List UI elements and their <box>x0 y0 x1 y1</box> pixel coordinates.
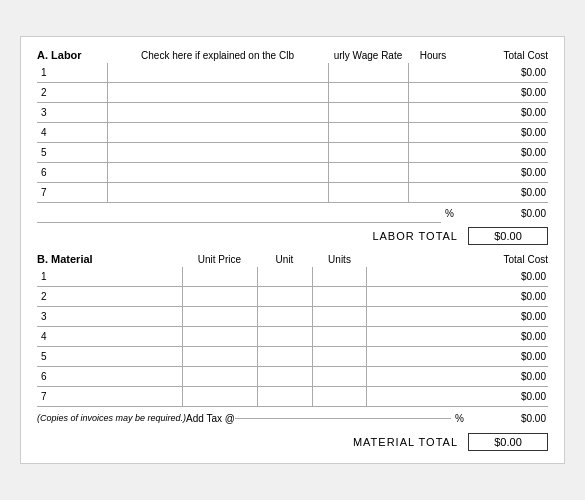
section-b-header: B. Material Unit Price Unit Units Total … <box>37 253 548 265</box>
col-total-header-b: Total Cost <box>367 254 548 265</box>
material-total-2: $0.00 <box>367 291 548 302</box>
labor-row-3: 3 $0.00 <box>37 103 548 123</box>
material-total-row: MATERIAL TOTAL $0.00 <box>37 433 548 451</box>
material-total-1: $0.00 <box>367 271 548 282</box>
material-row-2: 2 $0.00 <box>37 287 548 307</box>
labor-desc-3[interactable] <box>107 103 328 122</box>
labor-rows: 1 $0.00 2 $0.00 3 $0.00 4 $0.00 <box>37 63 548 203</box>
material-units-6[interactable] <box>312 367 367 386</box>
material-unit-5[interactable] <box>257 347 312 366</box>
labor-pct-field[interactable] <box>37 203 441 223</box>
material-row-6: 6 $0.00 <box>37 367 548 387</box>
labor-total-5: $0.00 <box>468 147 548 158</box>
material-up-4[interactable] <box>182 327 257 346</box>
material-unit-1[interactable] <box>257 267 312 286</box>
material-total-4: $0.00 <box>367 331 548 342</box>
labor-desc-6[interactable] <box>107 163 328 182</box>
footer-copies-text: (Copies of invoices may be required.) <box>37 413 186 423</box>
labor-hours-6[interactable] <box>408 163 458 182</box>
material-total-value: $0.00 <box>468 433 548 451</box>
labor-desc-7[interactable] <box>107 183 328 202</box>
material-total-5: $0.00 <box>367 351 548 362</box>
labor-hours-2[interactable] <box>408 83 458 102</box>
material-rows: 1 $0.00 2 $0.00 3 $0.00 4 $0.00 <box>37 267 548 407</box>
material-row-4: 4 $0.00 <box>37 327 548 347</box>
labor-row-6: 6 $0.00 <box>37 163 548 183</box>
labor-wage-7[interactable] <box>328 183 408 202</box>
labor-wage-3[interactable] <box>328 103 408 122</box>
labor-wage-6[interactable] <box>328 163 408 182</box>
section-b-label: B. Material <box>37 253 182 265</box>
material-unit-7[interactable] <box>257 387 312 406</box>
material-total-3: $0.00 <box>367 311 548 322</box>
material-total-label: MATERIAL TOTAL <box>353 436 458 448</box>
material-up-3[interactable] <box>182 307 257 326</box>
labor-row-5: 5 $0.00 <box>37 143 548 163</box>
labor-total-7: $0.00 <box>468 187 548 198</box>
material-up-7[interactable] <box>182 387 257 406</box>
section-a-header: A. Labor Check here if explained on the … <box>37 49 548 61</box>
labor-hours-7[interactable] <box>408 183 458 202</box>
labor-desc-4[interactable] <box>107 123 328 142</box>
material-unit-4[interactable] <box>257 327 312 346</box>
labor-hours-1[interactable] <box>408 63 458 82</box>
material-row-1: 1 $0.00 <box>37 267 548 287</box>
section-a-label: A. Labor <box>37 49 107 61</box>
material-units-3[interactable] <box>312 307 367 326</box>
labor-total-row: LABOR TOTAL $0.00 <box>37 227 548 245</box>
material-row-5: 5 $0.00 <box>37 347 548 367</box>
col-total-header-a: Total Cost <box>468 50 548 61</box>
labor-desc-2[interactable] <box>107 83 328 102</box>
col-unit-header: Unit <box>257 254 312 265</box>
col-units-header: Units <box>312 254 367 265</box>
material-up-2[interactable] <box>182 287 257 306</box>
material-unit-3[interactable] <box>257 307 312 326</box>
labor-wage-2[interactable] <box>328 83 408 102</box>
material-unit-6[interactable] <box>257 367 312 386</box>
material-up-1[interactable] <box>182 267 257 286</box>
col-unit-price-header: Unit Price <box>182 254 257 265</box>
labor-desc-5[interactable] <box>107 143 328 162</box>
labor-total-1: $0.00 <box>468 67 548 78</box>
labor-total-3: $0.00 <box>468 107 548 118</box>
labor-pct-total: $0.00 <box>468 208 548 219</box>
material-up-6[interactable] <box>182 367 257 386</box>
labor-desc-1[interactable] <box>107 63 328 82</box>
labor-wage-4[interactable] <box>328 123 408 142</box>
material-total-6: $0.00 <box>367 371 548 382</box>
labor-row-7: 7 $0.00 <box>37 183 548 203</box>
col-wage-rate-header: urly Wage Rate <box>328 50 408 61</box>
labor-total-label: LABOR TOTAL <box>372 230 458 242</box>
labor-hours-3[interactable] <box>408 103 458 122</box>
labor-total-6: $0.00 <box>468 167 548 178</box>
material-up-5[interactable] <box>182 347 257 366</box>
footer-tax-label: Add Tax @ <box>186 413 235 424</box>
labor-row-2: 2 $0.00 <box>37 83 548 103</box>
footer-total: $0.00 <box>468 413 548 424</box>
section-a-check-text: Check here if explained on the Clb <box>107 50 328 61</box>
page: A. Labor Check here if explained on the … <box>20 36 565 464</box>
footer-tax-input[interactable] <box>235 418 451 419</box>
labor-total-value: $0.00 <box>468 227 548 245</box>
material-units-1[interactable] <box>312 267 367 286</box>
material-row-3: 3 $0.00 <box>37 307 548 327</box>
labor-total-4: $0.00 <box>468 127 548 138</box>
material-units-5[interactable] <box>312 347 367 366</box>
labor-percent-row: % $0.00 <box>37 203 548 223</box>
labor-total-2: $0.00 <box>468 87 548 98</box>
material-units-4[interactable] <box>312 327 367 346</box>
footer-tax-area: Add Tax @ % <box>186 413 468 424</box>
labor-hours-4[interactable] <box>408 123 458 142</box>
material-units-2[interactable] <box>312 287 367 306</box>
material-footer-row: (Copies of invoices may be required.) Ad… <box>37 407 548 429</box>
labor-wage-5[interactable] <box>328 143 408 162</box>
labor-wage-1[interactable] <box>328 63 408 82</box>
material-row-7: 7 $0.00 <box>37 387 548 407</box>
material-units-7[interactable] <box>312 387 367 406</box>
material-total-7: $0.00 <box>367 391 548 402</box>
labor-hours-5[interactable] <box>408 143 458 162</box>
material-unit-2[interactable] <box>257 287 312 306</box>
labor-row-1: 1 $0.00 <box>37 63 548 83</box>
col-hours-header: Hours <box>408 50 458 61</box>
footer-pct-symbol: % <box>451 413 468 424</box>
